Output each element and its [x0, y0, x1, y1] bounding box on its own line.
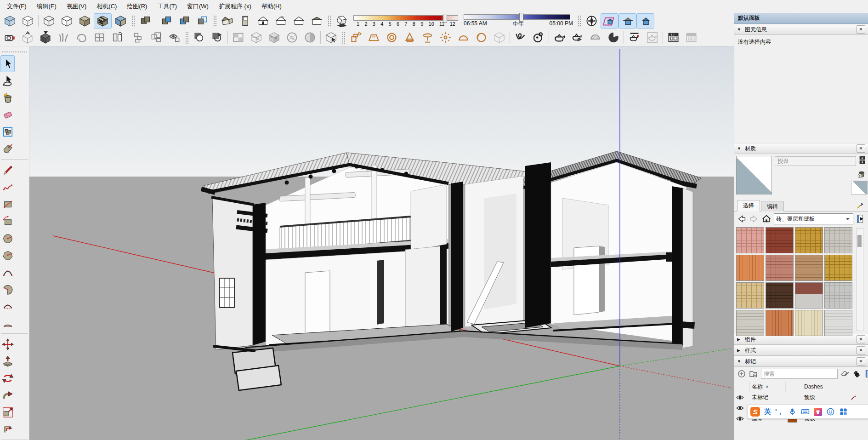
solid-inner-button[interactable] [190, 30, 208, 45]
tags-details-icon[interactable] [864, 369, 868, 378]
rotate-button[interactable] [0, 370, 15, 387]
view-back-button[interactable] [272, 13, 290, 29]
date-slider-thumb[interactable] [443, 14, 447, 23]
uv-cube-button[interactable] [265, 30, 283, 45]
date-slider-bar[interactable] [353, 15, 458, 21]
active-material-sample[interactable] [851, 181, 868, 194]
tab-select[interactable]: 选择 [737, 200, 760, 211]
xray-button[interactable] [1, 13, 19, 29]
lu-cone-button[interactable] [401, 30, 419, 45]
asset-editor-button[interactable] [664, 30, 682, 45]
menu-0[interactable]: 文件(F) [2, 0, 32, 13]
render-start-button[interactable] [568, 30, 586, 45]
asset-editor-disabled-button[interactable] [682, 30, 700, 45]
tag-button[interactable] [0, 140, 15, 157]
tags-header[interactable]: ▼ 标记 ✕ [734, 356, 868, 367]
close-icon[interactable]: ✕ [857, 335, 865, 343]
close-icon[interactable]: ✕ [857, 346, 865, 354]
rrect-button[interactable] [0, 212, 15, 229]
styles-header[interactable]: ▶ 样式 ✕ [734, 345, 868, 356]
menu-4[interactable]: 绘图(R) [122, 0, 152, 13]
model-viewport[interactable] [29, 46, 734, 440]
section-cuts-button[interactable] [618, 13, 636, 29]
add-tag-folder-icon[interactable] [749, 369, 758, 378]
tab-edit[interactable]: 编辑 [761, 201, 784, 211]
view-left-button[interactable] [290, 13, 308, 29]
material-swatch-plank-orange[interactable] [766, 310, 794, 336]
material-swatch-brick-over-concrete[interactable] [795, 282, 823, 309]
lu-lamp-button[interactable] [419, 30, 437, 45]
cube-outline-button[interactable] [490, 30, 508, 45]
uv-sphere-button[interactable] [283, 30, 301, 45]
close-icon[interactable]: ✕ [857, 144, 865, 153]
time-slider-thumb[interactable] [519, 13, 523, 22]
details-menu-icon[interactable] [856, 214, 866, 224]
secondary-pane-icon[interactable] [859, 156, 866, 165]
material-swatch-brick-yellow[interactable] [824, 255, 852, 281]
subtract-button[interactable] [193, 13, 211, 29]
move-button[interactable] [0, 336, 15, 353]
dashes-column-header[interactable]: Dashes [802, 382, 848, 392]
mic-icon[interactable] [788, 407, 797, 416]
shadow-time-slider[interactable]: 06:55 AM中午05:00 PM [464, 14, 573, 28]
forward-icon[interactable] [749, 214, 759, 224]
back-edges-button[interactable] [19, 13, 37, 29]
menu-6[interactable]: 窗口(W) [182, 0, 214, 13]
render-teapot-button[interactable] [550, 30, 568, 45]
eye-icon[interactable] [736, 405, 744, 411]
lu-ring-button[interactable] [383, 30, 401, 45]
unhide-button[interactable] [19, 30, 37, 45]
hidden-line-button[interactable] [58, 13, 76, 29]
polygon-button[interactable] [0, 246, 15, 263]
teapot-options-button[interactable] [625, 30, 643, 45]
keyboard-icon[interactable] [801, 407, 810, 416]
hide-button[interactable] [37, 30, 55, 45]
component-button[interactable] [0, 123, 15, 140]
menu-8[interactable]: 帮助(H) [256, 0, 287, 13]
offset-button[interactable] [0, 421, 15, 438]
grid-divide-button[interactable] [91, 30, 108, 45]
monochrome-button[interactable] [112, 13, 130, 29]
grass-button[interactable] [55, 30, 73, 45]
select-cube-button[interactable] [322, 30, 340, 45]
select-button[interactable] [0, 55, 15, 72]
uv-half-button[interactable] [301, 30, 319, 45]
home-icon[interactable] [761, 214, 772, 224]
emoji-icon[interactable] [826, 407, 835, 416]
material-swatch-brick-dark[interactable] [766, 282, 794, 309]
lu-dome-button[interactable] [454, 30, 472, 45]
follow-button[interactable] [0, 387, 15, 404]
material-swatch-brick-pink-weave[interactable] [736, 227, 764, 253]
material-swatch-clapboard-tan[interactable] [795, 255, 823, 281]
union-button[interactable] [176, 13, 193, 29]
create-material-icon[interactable] [857, 169, 867, 179]
freehand-button[interactable] [0, 178, 15, 195]
close-icon[interactable]: ✕ [857, 357, 865, 366]
add-tag-icon[interactable] [737, 369, 746, 378]
time-slider-bar[interactable] [464, 14, 570, 20]
vray-camera-button[interactable] [529, 30, 547, 45]
arc3-button[interactable] [0, 314, 15, 331]
lu-ball-button[interactable] [472, 30, 490, 45]
tag-dashes[interactable]: 预设 [802, 394, 848, 401]
arc-button[interactable] [0, 263, 15, 280]
materials-header[interactable]: ▼ 材质 ✕ [734, 143, 868, 154]
shadow-toggle-button[interactable] [333, 13, 351, 29]
north-arrow-button[interactable] [583, 13, 601, 29]
material-swatch-siding-cream-rough[interactable] [795, 310, 823, 336]
lu-frustum-button[interactable] [365, 30, 383, 45]
material-swatch-stone-tan[interactable] [736, 282, 764, 309]
ime-language-toggle[interactable]: 英 [764, 407, 771, 416]
section-fill-button[interactable] [636, 13, 654, 29]
purge-tags-icon[interactable] [852, 369, 862, 378]
eye-icon[interactable] [736, 416, 744, 422]
skin-icon[interactable] [814, 408, 822, 416]
scene-camera-button[interactable] [1, 30, 19, 45]
intersect-button[interactable] [158, 13, 176, 29]
uv-plane-button[interactable] [229, 30, 247, 45]
erase-button[interactable] [0, 106, 15, 123]
shadow-date-slider[interactable]: 123456789101112 [353, 15, 458, 27]
material-swatch-brick-gray[interactable] [736, 310, 764, 336]
pushpull-button[interactable] [0, 353, 15, 370]
outliner-button[interactable] [130, 30, 148, 45]
